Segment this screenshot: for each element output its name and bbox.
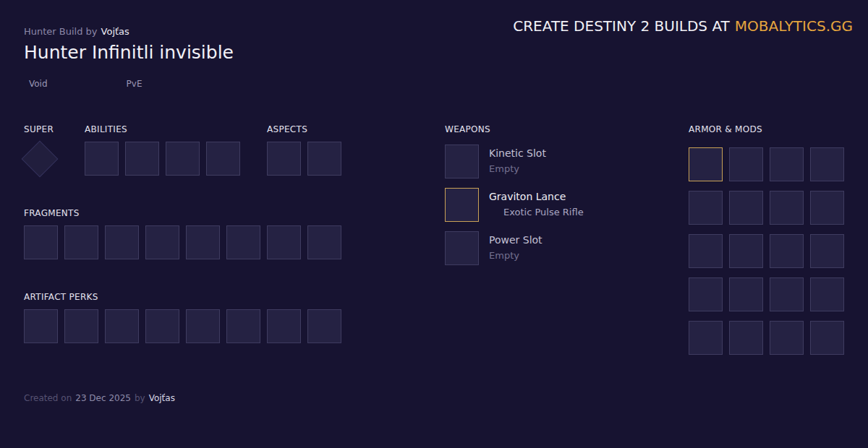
weapon-slot-name: Power Slot bbox=[489, 235, 542, 246]
weapon-slot-detail: Empty bbox=[489, 164, 546, 174]
abilities-label: ABILITIES bbox=[85, 124, 240, 134]
weapon-slot-name: Graviton Lance bbox=[489, 191, 584, 202]
page-title: Hunter Infinitli invisible bbox=[24, 43, 234, 63]
armor-mod-slot[interactable] bbox=[770, 234, 804, 268]
section-weapons: WEAPONS Kinetic Slot Empty Graviton Lanc… bbox=[445, 124, 584, 275]
kinetic-slot-text: Kinetic Slot Empty bbox=[489, 145, 546, 178]
build-tags: Void PvE bbox=[24, 79, 142, 89]
ability-slot[interactable] bbox=[85, 142, 119, 176]
aspects-slots bbox=[267, 142, 341, 176]
aspects-label: ASPECTS bbox=[267, 124, 341, 134]
power-slot-tile[interactable] bbox=[445, 231, 479, 265]
artifact-perks-label: ARTIFACT PERKS bbox=[24, 292, 341, 302]
section-abilities: ABILITIES bbox=[85, 124, 240, 176]
aspect-slot[interactable] bbox=[307, 142, 341, 176]
fragments-label: FRAGMENTS bbox=[24, 208, 341, 218]
section-super: SUPER bbox=[24, 124, 54, 172]
armor-mod-slot[interactable] bbox=[689, 234, 723, 268]
armor-mods-label: ARMOR & MODS bbox=[689, 124, 844, 134]
armor-mod-slot[interactable] bbox=[729, 277, 763, 311]
section-armor-mods: ARMOR & MODS bbox=[689, 124, 844, 355]
tag-pve: PvE bbox=[127, 79, 142, 89]
armor-mod-slot[interactable] bbox=[810, 277, 844, 311]
promo-text: CREATE DESTINY 2 BUILDS AT bbox=[513, 17, 730, 35]
section-aspects: ASPECTS bbox=[267, 124, 341, 176]
armor-mod-slot[interactable] bbox=[689, 277, 723, 311]
armor-mod-slot[interactable] bbox=[770, 321, 804, 355]
armor-mod-slot[interactable] bbox=[770, 191, 804, 225]
super-label: SUPER bbox=[24, 124, 54, 134]
promo-banner: CREATE DESTINY 2 BUILDS AT MOBALYTICS.GG bbox=[513, 17, 853, 35]
armor-mod-slot[interactable] bbox=[689, 321, 723, 355]
fragments-slots bbox=[24, 225, 341, 259]
artifact-perk-slot[interactable] bbox=[105, 309, 139, 343]
fragment-slot[interactable] bbox=[186, 225, 220, 259]
section-artifact-perks: ARTIFACT PERKS bbox=[24, 292, 341, 343]
armor-mod-slot[interactable] bbox=[689, 191, 723, 225]
fragment-slot[interactable] bbox=[64, 225, 98, 259]
fragment-slot[interactable] bbox=[226, 225, 260, 259]
weapon-slot-energy: Graviton Lance Exotic Pulse Rifle bbox=[445, 188, 584, 222]
footer-connector: by bbox=[135, 393, 145, 403]
byline-author: Vojťas bbox=[101, 26, 129, 37]
footer-author: Vojťas bbox=[149, 393, 175, 403]
artifact-perk-slot[interactable] bbox=[24, 309, 58, 343]
mobalytics-link[interactable]: MOBALYTICS.GG bbox=[735, 17, 853, 35]
armor-mod-slot[interactable] bbox=[729, 191, 763, 225]
armor-mod-slot[interactable] bbox=[729, 321, 763, 355]
artifact-perk-slot[interactable] bbox=[267, 309, 301, 343]
weapon-slot-detail: Exotic Pulse Rifle bbox=[503, 207, 584, 217]
artifact-perk-slot[interactable] bbox=[145, 309, 179, 343]
armor-mod-slot[interactable] bbox=[810, 191, 844, 225]
kinetic-slot-tile[interactable] bbox=[445, 145, 479, 178]
weapon-slot-name: Kinetic Slot bbox=[489, 148, 546, 159]
fragment-slot[interactable] bbox=[105, 225, 139, 259]
energy-slot-text: Graviton Lance Exotic Pulse Rifle bbox=[489, 188, 584, 222]
weapon-rows: Kinetic Slot Empty Graviton Lance Exotic… bbox=[445, 145, 584, 265]
weapon-slot-kinetic: Kinetic Slot Empty bbox=[445, 145, 584, 178]
ability-slot[interactable] bbox=[166, 142, 200, 176]
weapon-slot-power: Power Slot Empty bbox=[445, 231, 584, 265]
artifact-perk-slot[interactable] bbox=[64, 309, 98, 343]
fragment-slot[interactable] bbox=[24, 225, 58, 259]
armor-mod-slot[interactable] bbox=[689, 147, 723, 181]
ability-slot[interactable] bbox=[125, 142, 159, 176]
armor-mod-slot[interactable] bbox=[729, 234, 763, 268]
ability-slot[interactable] bbox=[206, 142, 240, 176]
fragment-slot[interactable] bbox=[307, 225, 341, 259]
tag-void: Void bbox=[29, 79, 48, 89]
artifact-perk-slot[interactable] bbox=[226, 309, 260, 343]
fragment-slot[interactable] bbox=[145, 225, 179, 259]
weapon-slot-detail: Empty bbox=[489, 251, 542, 261]
armor-mod-slot[interactable] bbox=[810, 321, 844, 355]
weapons-label: WEAPONS bbox=[445, 124, 584, 134]
artifact-perks-slots bbox=[24, 309, 341, 343]
armor-mod-slot[interactable] bbox=[729, 147, 763, 181]
footer-prefix: Created on bbox=[24, 393, 72, 403]
footer-date: 23 Dec 2025 bbox=[75, 393, 131, 403]
armor-mod-slot[interactable] bbox=[810, 234, 844, 268]
footer: Created on 23 Dec 2025 by Vojťas bbox=[24, 393, 175, 403]
energy-slot-tile[interactable] bbox=[445, 188, 479, 222]
abilities-slots bbox=[85, 142, 240, 176]
byline-prefix: Hunter Build by bbox=[24, 26, 98, 37]
super-slot[interactable] bbox=[22, 141, 59, 178]
artifact-perk-slot[interactable] bbox=[186, 309, 220, 343]
byline: Hunter Build by Vojťas bbox=[24, 26, 129, 37]
armor-mod-slot[interactable] bbox=[770, 147, 804, 181]
artifact-perk-slot[interactable] bbox=[307, 309, 341, 343]
armor-mod-slot[interactable] bbox=[810, 147, 844, 181]
fragment-slot[interactable] bbox=[267, 225, 301, 259]
armor-mod-slot[interactable] bbox=[770, 277, 804, 311]
section-fragments: FRAGMENTS bbox=[24, 208, 341, 259]
power-slot-text: Power Slot Empty bbox=[489, 231, 542, 265]
aspect-slot[interactable] bbox=[267, 142, 301, 176]
armor-grid bbox=[689, 147, 844, 355]
